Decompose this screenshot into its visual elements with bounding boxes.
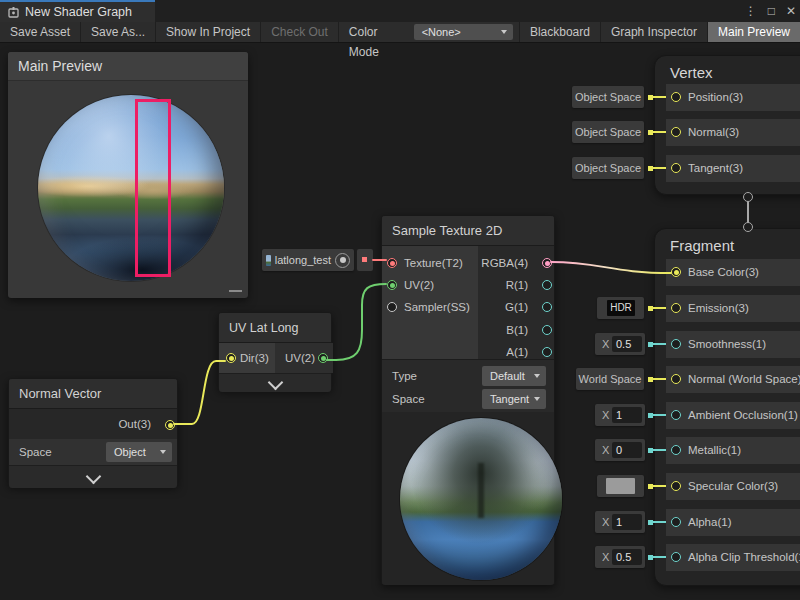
dir-input-label: Dir(3): [240, 350, 269, 366]
specular-color-chip[interactable]: [597, 475, 644, 497]
collapse-row[interactable]: [219, 373, 331, 392]
emission-port[interactable]: [671, 303, 681, 313]
smoothness-port[interactable]: [671, 339, 681, 349]
b-output-port[interactable]: [542, 325, 552, 335]
rgba-output-port[interactable]: [542, 258, 552, 268]
alpha-value-chip[interactable]: X 1: [595, 511, 645, 533]
show-in-project-button[interactable]: Show In Project: [156, 22, 261, 42]
alpha-clip-value-field[interactable]: 0.5: [612, 549, 642, 565]
normal-vector-node[interactable]: Normal Vector Out(3) Space Object: [8, 378, 178, 486]
normal-space-chip[interactable]: Object Space: [572, 121, 644, 143]
a-output-port[interactable]: [542, 347, 552, 357]
close-icon[interactable]: ✕: [786, 0, 796, 22]
alpha-value-field[interactable]: 1: [612, 514, 642, 530]
selection-rectangle: [135, 99, 171, 277]
check-out-button: Check Out: [261, 22, 339, 42]
base-color-port[interactable]: [671, 267, 681, 277]
uv-lat-long-node[interactable]: UV Lat Long Dir(3) UV(2): [218, 312, 332, 390]
position-space-chip[interactable]: Object Space: [572, 86, 644, 108]
position-port[interactable]: [671, 92, 681, 102]
g-output-port[interactable]: [542, 302, 552, 312]
normal-ws-port[interactable]: [671, 374, 681, 384]
normal-port[interactable]: [671, 127, 681, 137]
tab-title: New Shader Graph: [25, 5, 132, 19]
chevron-down-icon[interactable]: [86, 469, 102, 485]
dir-input-port[interactable]: [226, 353, 236, 363]
main-preview-header[interactable]: Main Preview: [8, 52, 248, 81]
smoothness-value-field[interactable]: 0.5: [612, 336, 642, 352]
color-mode-label: Color Mode: [339, 22, 414, 42]
sample-texture-header[interactable]: Sample Texture 2D: [382, 216, 554, 246]
fragment-row-smoothness: X 0.5 Smoothness(1): [572, 331, 800, 358]
main-preview-title: Main Preview: [8, 52, 248, 80]
color-mode-dropdown[interactable]: <None>: [414, 24, 513, 40]
alpha-port[interactable]: [671, 517, 681, 527]
uv-output-label: UV(2): [285, 350, 315, 366]
tangent-port-label: Tangent(3): [688, 155, 743, 182]
fragment-row-specular-color: Specular Color(3): [572, 473, 800, 500]
specular-color-swatch[interactable]: [606, 478, 635, 494]
uv-output-port[interactable]: [318, 353, 328, 363]
sample-texture-2d-node[interactable]: Sample Texture 2D Texture(T2) UV(2) Samp…: [381, 215, 555, 585]
space-dropdown[interactable]: Tangent: [482, 389, 546, 409]
save-as-button[interactable]: Save As...: [81, 22, 156, 42]
alpha-clip-value-chip[interactable]: X 0.5: [595, 546, 645, 568]
normal-vector-header[interactable]: Normal Vector: [9, 379, 177, 409]
texture-asset-field[interactable]: latlong_test: [262, 249, 354, 271]
fragment-row-normal-ws: World Space Normal (World Space)(3): [572, 366, 800, 393]
smoothness-value-chip[interactable]: X 0.5: [595, 333, 645, 355]
alpha-row-box[interactable]: [666, 509, 800, 536]
r-output-port[interactable]: [542, 280, 552, 290]
uv-lat-long-header[interactable]: UV Lat Long: [219, 313, 331, 343]
ao-value-field[interactable]: 1: [612, 407, 642, 423]
normal-ws-port-label: Normal (World Space)(3): [688, 366, 800, 393]
x-label: X: [602, 333, 609, 355]
collapse-row[interactable]: [9, 465, 177, 488]
ao-value-chip[interactable]: X 1: [595, 404, 645, 426]
stack-connector-top-node[interactable]: [743, 192, 753, 202]
fragment-row-metallic: X 0 Metallic(1): [572, 437, 800, 464]
specular-port[interactable]: [671, 481, 681, 491]
shader-graph-icon: [7, 6, 20, 19]
stack-connector-bottom-node[interactable]: [743, 222, 753, 232]
texture-input-port[interactable]: [387, 258, 397, 268]
fragment-row-alpha: X 1 Alpha(1): [572, 509, 800, 536]
window-menu-icon[interactable]: ⋮: [745, 0, 757, 22]
main-preview-toggle-button[interactable]: Main Preview: [707, 22, 800, 42]
uv-input-port[interactable]: [387, 280, 397, 290]
nv-space-label: Space: [19, 444, 52, 460]
blackboard-toggle-button[interactable]: Blackboard: [519, 22, 600, 42]
a-output-label: A(1): [506, 344, 528, 360]
x-label: X: [602, 511, 609, 533]
panel-resize-handle[interactable]: [229, 290, 242, 292]
vertex-row-tangent: Object Space Tangent(3): [572, 155, 800, 182]
vertex-row-position: Object Space Position(3): [572, 84, 800, 111]
tangent-port[interactable]: [671, 163, 681, 173]
sampler-input-port[interactable]: [387, 302, 397, 312]
normal-ws-space-chip[interactable]: World Space: [576, 368, 644, 390]
save-asset-button[interactable]: Save Asset: [0, 22, 81, 42]
object-picker-icon[interactable]: [335, 253, 350, 268]
out-port[interactable]: [165, 420, 175, 430]
tangent-space-chip[interactable]: Object Space: [572, 157, 644, 179]
maximize-icon[interactable]: □: [768, 0, 775, 22]
texture-asset-port-chip[interactable]: [357, 249, 373, 271]
main-preview-panel[interactable]: Main Preview: [8, 52, 248, 298]
graph-inspector-toggle-button[interactable]: Graph Inspector: [600, 22, 707, 42]
alpha-clip-port[interactable]: [671, 552, 681, 562]
x-label: X: [602, 546, 609, 568]
hdr-badge[interactable]: HDR: [607, 300, 635, 316]
emission-hdr-chip[interactable]: HDR: [597, 297, 644, 319]
sample-texture-preview: [382, 412, 554, 585]
nv-space-dropdown[interactable]: Object: [106, 442, 172, 462]
metallic-value-chip[interactable]: X 0: [595, 439, 645, 461]
chevron-down-icon[interactable]: [268, 375, 284, 391]
ao-port[interactable]: [671, 410, 681, 420]
type-dropdown[interactable]: Default: [482, 366, 546, 386]
out-row: [9, 409, 177, 439]
metallic-value-field[interactable]: 0: [612, 442, 642, 458]
sampler-input-label: Sampler(SS): [404, 299, 470, 315]
tab-new-shader-graph[interactable]: New Shader Graph: [0, 0, 155, 22]
metallic-port[interactable]: [671, 445, 681, 455]
main-preview-sphere[interactable]: [38, 95, 224, 281]
